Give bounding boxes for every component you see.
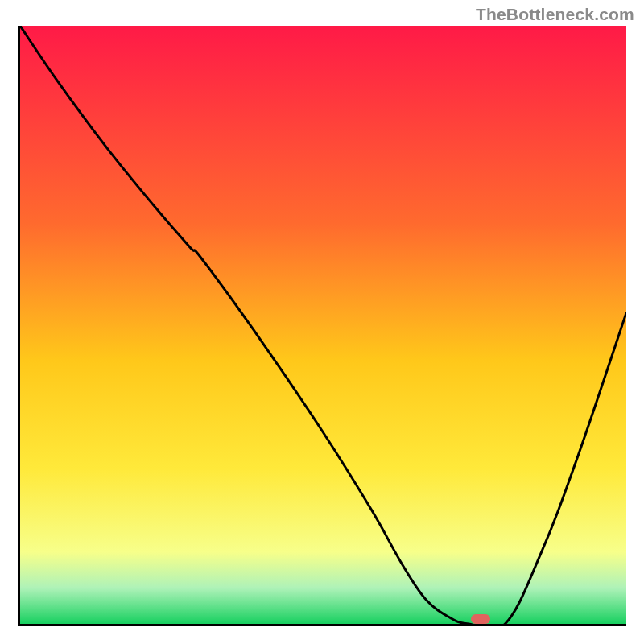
chart-frame: TheBottleneck.com bbox=[0, 0, 644, 644]
plot-area bbox=[18, 26, 626, 626]
attribution-text: TheBottleneck.com bbox=[476, 5, 634, 24]
minimum-marker bbox=[471, 614, 490, 624]
bottleneck-curve bbox=[20, 26, 626, 624]
